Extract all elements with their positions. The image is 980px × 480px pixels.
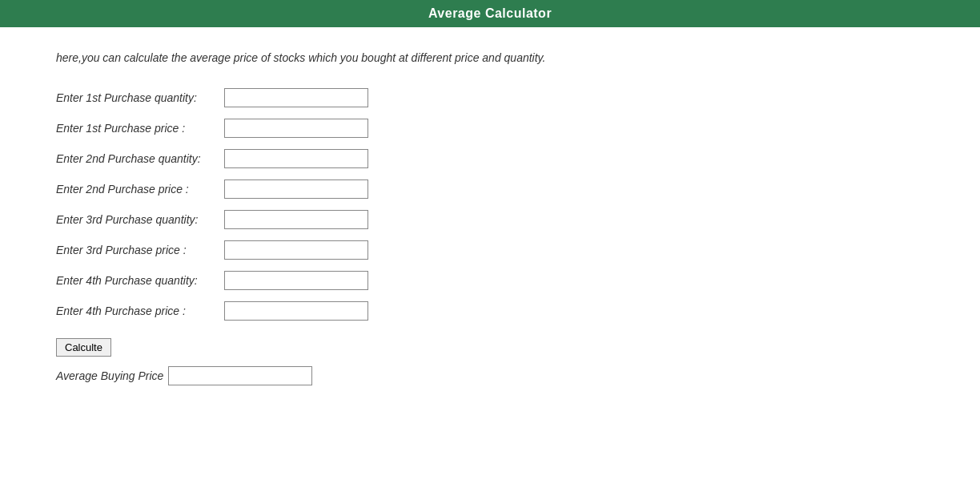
price1-row: Enter 1st Purchase price : — [56, 119, 924, 138]
price4-label: Enter 4th Purchase price : — [56, 305, 224, 317]
price2-row: Enter 2nd Purchase price : — [56, 179, 924, 199]
price2-label: Enter 2nd Purchase price : — [56, 183, 224, 196]
calculate-button[interactable]: Calculte — [56, 338, 111, 357]
price1-label: Enter 1st Purchase price : — [56, 122, 224, 135]
result-label: Average Buying Price — [56, 369, 163, 382]
main-content: here,you can calculate the average price… — [0, 27, 980, 409]
qty1-row: Enter 1st Purchase quantity: — [56, 88, 924, 107]
form-container: Enter 1st Purchase quantity: Enter 1st P… — [56, 88, 924, 385]
qty3-input[interactable] — [224, 210, 368, 229]
app-title: Average Calculator — [0, 6, 980, 21]
qty4-label: Enter 4th Purchase quantity: — [56, 274, 224, 287]
price3-row: Enter 3rd Purchase price : — [56, 240, 924, 260]
price4-row: Enter 4th Purchase price : — [56, 301, 924, 321]
app-header: Average Calculator — [0, 0, 980, 27]
qty2-row: Enter 2nd Purchase quantity: — [56, 149, 924, 168]
price2-input[interactable] — [224, 179, 368, 199]
qty4-input[interactable] — [224, 271, 368, 290]
qty4-row: Enter 4th Purchase quantity: — [56, 271, 924, 290]
qty3-label: Enter 3rd Purchase quantity: — [56, 213, 224, 226]
qty1-input[interactable] — [224, 88, 368, 107]
price3-label: Enter 3rd Purchase price : — [56, 244, 224, 256]
qty2-label: Enter 2nd Purchase quantity: — [56, 152, 224, 165]
price1-input[interactable] — [224, 119, 368, 138]
qty3-row: Enter 3rd Purchase quantity: — [56, 210, 924, 229]
result-row: Average Buying Price — [56, 366, 924, 385]
qty1-label: Enter 1st Purchase quantity: — [56, 91, 224, 104]
qty2-input[interactable] — [224, 149, 368, 168]
price4-input[interactable] — [224, 301, 368, 321]
result-input[interactable] — [168, 366, 312, 385]
description-text: here,you can calculate the average price… — [56, 51, 924, 64]
price3-input[interactable] — [224, 240, 368, 260]
